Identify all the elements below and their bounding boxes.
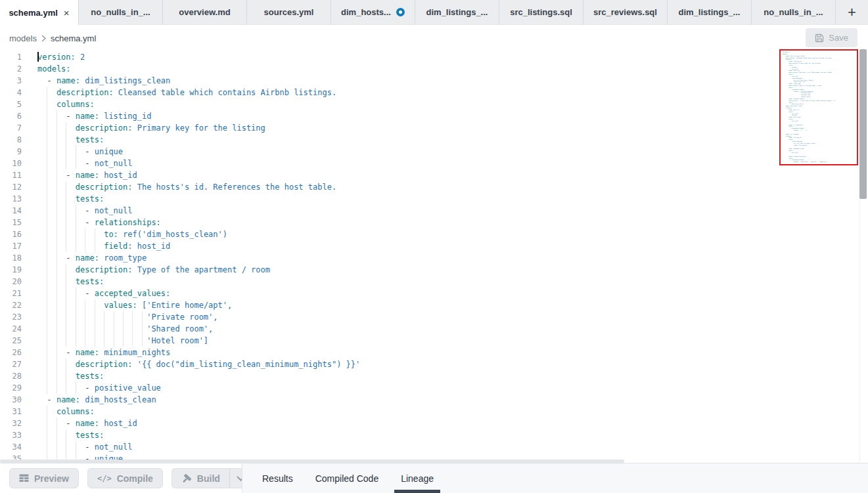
breadcrumb-bar: modelsschema.yml Save <box>0 25 868 51</box>
indent-guide <box>47 370 47 382</box>
code-editor[interactable]: 1version: 22models:3 - name: dim_listing… <box>0 51 868 463</box>
editor-tab[interactable]: dim_listings_... <box>668 0 752 24</box>
code-line[interactable]: 30 - name: dim_hosts_clean <box>0 394 868 406</box>
code-line[interactable]: 23 'Private room', <box>0 311 868 323</box>
editor-tab[interactable]: no_nulls_in_... <box>752 0 836 24</box>
code-line[interactable]: 28 tests: <box>0 370 868 382</box>
code-line[interactable]: 13 tests: <box>0 193 868 205</box>
tab-label: dim_listings_... <box>679 7 741 17</box>
code-line[interactable]: 21 - accepted_values: <box>0 288 868 299</box>
indent-guide <box>47 240 47 252</box>
code-line[interactable]: 8 tests: <box>0 134 868 146</box>
code-line[interactable]: 29 - positive_value <box>0 382 868 394</box>
text-cursor <box>37 52 39 62</box>
indent-guide <box>123 311 124 323</box>
code-line[interactable]: 15 - relationships: <box>0 217 868 228</box>
editor-tab[interactable]: src_reviews.sql <box>583 0 668 24</box>
editor-tab[interactable]: schema.yml× <box>0 0 79 25</box>
code-line[interactable]: 31 columns: <box>0 406 868 418</box>
minimap-line: values: ['positive', 'neutral', 'negativ… <box>783 161 858 163</box>
indent-guide <box>66 122 66 134</box>
tab-label: no_nulls_in_... <box>764 7 823 17</box>
vertical-scrollbar[interactable] <box>859 49 867 199</box>
code-line[interactable]: 6 - name: listing_id <box>0 110 868 122</box>
line-number: 9 <box>0 146 29 158</box>
code-line[interactable]: 2models: <box>0 63 868 75</box>
code-line[interactable]: 24 'Shared room', <box>0 323 868 335</box>
line-number: 26 <box>0 347 29 358</box>
code-line[interactable]: 11 - name: host_id <box>0 169 868 181</box>
indent-guide <box>47 87 47 98</box>
indent-guide <box>132 335 133 347</box>
code-line[interactable]: 20 tests: <box>0 276 868 288</box>
indent-guide <box>66 181 66 193</box>
code-line[interactable]: 27 description: '{{ doc("dim_listing_cle… <box>0 358 868 370</box>
indent-guide <box>76 441 76 453</box>
save-icon <box>815 33 824 43</box>
preview-button[interactable]: Preview <box>9 468 79 488</box>
code-line[interactable]: 19 description: Type of the apartment / … <box>0 264 868 276</box>
line-number: 10 <box>0 158 29 169</box>
indent-guide <box>76 205 76 217</box>
indent-guide <box>47 347 47 358</box>
compile-button[interactable]: </>Compile <box>87 468 163 488</box>
line-number: 4 <box>0 87 29 98</box>
code-line[interactable]: 4 description: Cleansed table which cont… <box>0 87 868 98</box>
code-line-text: description: '{{ doc("dim_listing_clean_… <box>29 358 360 370</box>
line-number: 22 <box>0 299 29 311</box>
code-line[interactable]: 33 tests: <box>0 429 868 441</box>
editor-tab[interactable]: dim_hosts... <box>331 0 415 24</box>
panel-tab-results[interactable]: Results <box>262 463 293 493</box>
indent-guide <box>47 205 47 217</box>
code-line[interactable]: 34 - not_null <box>0 441 868 453</box>
code-line[interactable]: 26 - name: minimum_nights <box>0 347 868 358</box>
code-line[interactable]: 14 - not_null <box>0 205 868 217</box>
editor-tab[interactable]: overview.md <box>163 0 247 24</box>
code-line[interactable]: 32 - name: host_id <box>0 418 868 429</box>
panel-tab-lineage[interactable]: Lineage <box>401 463 434 493</box>
indent-guide <box>47 299 47 311</box>
code-line[interactable]: 5 columns: <box>0 98 868 110</box>
editor-tab[interactable]: sources.yml <box>247 0 331 24</box>
indent-guide <box>57 146 57 158</box>
code-line[interactable]: 16 to: ref('dim_hosts_clean') <box>0 228 868 240</box>
minimap-highlight-box[interactable]: version: 2models: - name: dim_listings_c… <box>779 49 858 165</box>
code-line[interactable]: 17 field: host_id <box>0 240 868 252</box>
indent-guide <box>57 158 57 169</box>
code-line-text: description: Cleansed table which contai… <box>29 87 336 98</box>
code-line[interactable]: 12 description: The hosts's id. Referenc… <box>0 181 868 193</box>
code-line[interactable]: 25 'Hotel room'] <box>0 335 868 347</box>
indent-guide <box>57 193 57 205</box>
indent-guide <box>85 311 85 323</box>
code-line[interactable]: 7 description: Primary key for the listi… <box>0 122 868 134</box>
editor-tab[interactable]: no_nulls_in_... <box>79 0 163 24</box>
editor-tab[interactable]: dim_listings_... <box>415 0 499 24</box>
code-line-text: tests: <box>29 134 104 146</box>
code-line[interactable]: 18 - name: room_type <box>0 252 868 264</box>
code-line[interactable]: 10 - not_null <box>0 158 868 169</box>
code-line[interactable]: 9 - unique <box>0 146 868 158</box>
save-button[interactable]: Save <box>806 28 857 47</box>
line-number: 33 <box>0 429 29 441</box>
indent-guide <box>85 228 85 240</box>
build-button[interactable]: Build <box>171 468 230 488</box>
indent-guide <box>76 288 76 299</box>
indent-guide <box>76 382 76 394</box>
dbt-ide-window: schema.yml×no_nulls_in_...overview.mdsou… <box>0 0 868 493</box>
line-number: 6 <box>0 110 29 122</box>
indent-guide <box>85 299 85 311</box>
code-line[interactable]: 22 values: ['Entire home/apt', <box>0 299 868 311</box>
code-line[interactable]: 1version: 2 <box>0 51 868 63</box>
close-icon[interactable]: × <box>64 8 70 18</box>
line-number: 15 <box>0 217 29 228</box>
editor-tab[interactable]: src_listings.sql <box>499 0 583 24</box>
indent-guide <box>57 347 57 358</box>
indent-guide <box>104 323 104 335</box>
panel-tab-compiled-code[interactable]: Compiled Code <box>315 463 379 493</box>
code-line-text: columns: <box>29 98 95 110</box>
line-number: 2 <box>0 63 29 75</box>
line-number: 14 <box>0 205 29 217</box>
code-line[interactable]: 3 - name: dim_listings_clean <box>0 75 868 87</box>
new-tab-button[interactable]: + <box>836 0 868 24</box>
indent-guide <box>142 323 143 335</box>
